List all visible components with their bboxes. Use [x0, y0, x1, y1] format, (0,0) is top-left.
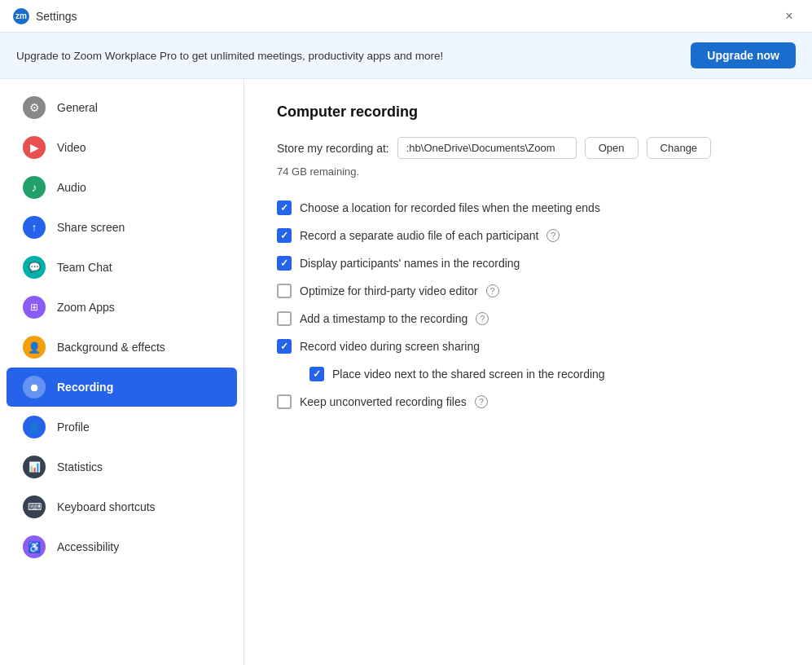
option-optimize-editor: Optimize for third-party video editor ?: [277, 277, 779, 305]
banner-text: Upgrade to Zoom Workplace Pro to get unl…: [16, 50, 443, 62]
option-label-place-video-next: Place video next to the shared screen in…: [332, 368, 605, 381]
change-button[interactable]: Change: [647, 137, 712, 159]
option-choose-location: Choose a location for recorded files whe…: [277, 194, 779, 222]
checkbox-place-video-next[interactable]: [309, 367, 324, 381]
sidebar-item-label: Zoom Apps: [57, 301, 115, 314]
path-input[interactable]: [397, 137, 577, 159]
close-button[interactable]: ×: [779, 7, 799, 26]
audio-icon: ♪: [23, 176, 46, 199]
keyboard-shortcuts-icon: ⌨: [23, 495, 46, 518]
help-icon-add-timestamp[interactable]: ?: [476, 312, 489, 325]
option-display-names: Display participants' names in the recor…: [277, 249, 779, 277]
option-label-optimize-editor: Optimize for third-party video editor: [300, 284, 478, 297]
checkbox-record-screen-sharing[interactable]: [277, 339, 292, 354]
main-layout: ⚙ General ▶ Video ♪ Audio ↑ Share screen…: [0, 79, 812, 665]
content-area: Computer recording Store my recording at…: [244, 79, 812, 665]
sidebar-item-audio[interactable]: ♪ Audio: [7, 168, 237, 207]
recording-icon: ⏺: [23, 376, 46, 399]
sidebar-item-general[interactable]: ⚙ General: [7, 88, 237, 127]
sidebar-item-video[interactable]: ▶ Video: [7, 128, 237, 167]
help-icon-separate-audio[interactable]: ?: [546, 229, 560, 242]
options-list: Choose a location for recorded files whe…: [277, 194, 779, 416]
checkbox-separate-audio[interactable]: [277, 228, 292, 243]
remaining-text: 74 GB remaining.: [277, 165, 779, 178]
open-button[interactable]: Open: [585, 137, 639, 159]
help-icon-keep-unconverted[interactable]: ?: [475, 395, 488, 408]
sidebar-item-label: Keyboard shortcuts: [57, 500, 156, 513]
sidebar-item-label: Share screen: [57, 221, 125, 234]
sidebar-item-label: Background & effects: [57, 341, 165, 354]
sidebar-item-label: Profile: [57, 421, 90, 434]
sidebar-item-label: Recording: [57, 381, 113, 394]
sidebar-item-profile[interactable]: 👤 Profile: [7, 407, 237, 447]
option-label-choose-location: Choose a location for recorded files whe…: [300, 201, 600, 214]
team-chat-icon: 💬: [23, 256, 46, 279]
background-effects-icon: 👤: [23, 336, 46, 359]
statistics-icon: 📊: [23, 456, 46, 478]
accessibility-icon: ♿: [23, 535, 46, 558]
checkbox-keep-unconverted[interactable]: [277, 394, 292, 409]
sidebar-item-recording[interactable]: ⏺ Recording: [7, 368, 237, 407]
option-record-screen-sharing: Record video during screen sharing: [277, 332, 779, 360]
sidebar-item-share-screen[interactable]: ↑ Share screen: [7, 208, 237, 247]
zoom-apps-icon: ⊞: [23, 296, 46, 319]
option-label-separate-audio: Record a separate audio file of each par…: [300, 229, 538, 242]
sidebar-item-zoom-apps[interactable]: ⊞ Zoom Apps: [7, 288, 237, 327]
store-label: Store my recording at:: [277, 142, 389, 155]
general-icon: ⚙: [23, 96, 46, 119]
checkbox-optimize-editor[interactable]: [277, 284, 292, 298]
option-separate-audio: Record a separate audio file of each par…: [277, 222, 779, 249]
sidebar-item-keyboard-shortcuts[interactable]: ⌨ Keyboard shortcuts: [7, 487, 237, 526]
option-place-video-next: Place video next to the shared screen in…: [277, 360, 779, 388]
sidebar-item-statistics[interactable]: 📊 Statistics: [7, 447, 237, 487]
option-add-timestamp: Add a timestamp to the recording ?: [277, 305, 779, 332]
sidebar-item-label: Accessibility: [57, 540, 119, 553]
help-icon-optimize-editor[interactable]: ?: [486, 284, 499, 297]
sidebar-item-label: Team Chat: [57, 261, 112, 274]
option-label-keep-unconverted: Keep unconverted recording files: [300, 395, 467, 408]
sidebar-item-label: Video: [57, 141, 86, 154]
section-title: Computer recording: [277, 103, 779, 121]
zoom-logo: zm: [13, 8, 29, 24]
option-keep-unconverted: Keep unconverted recording files ?: [277, 388, 779, 416]
title-bar-left: zm Settings: [13, 8, 77, 24]
video-icon: ▶: [23, 136, 46, 159]
upgrade-now-button[interactable]: Upgrade now: [691, 42, 796, 68]
share-screen-icon: ↑: [23, 216, 46, 239]
checkbox-choose-location[interactable]: [277, 200, 292, 215]
sidebar-item-background-effects[interactable]: 👤 Background & effects: [7, 328, 237, 367]
checkbox-display-names[interactable]: [277, 256, 292, 271]
sidebar: ⚙ General ▶ Video ♪ Audio ↑ Share screen…: [0, 79, 244, 665]
sidebar-item-label: Statistics: [57, 460, 103, 473]
profile-icon: 👤: [23, 416, 46, 438]
checkbox-add-timestamp[interactable]: [277, 311, 292, 326]
title-bar: zm Settings ×: [0, 0, 812, 33]
window-title: Settings: [36, 10, 77, 23]
sidebar-item-label: Audio: [57, 181, 86, 194]
sidebar-item-team-chat[interactable]: 💬 Team Chat: [7, 248, 237, 287]
store-path-row: Store my recording at: Open Change: [277, 137, 779, 159]
sidebar-item-label: General: [57, 101, 98, 114]
upgrade-banner: Upgrade to Zoom Workplace Pro to get unl…: [0, 33, 812, 79]
option-label-record-screen-sharing: Record video during screen sharing: [300, 340, 480, 353]
sidebar-item-accessibility[interactable]: ♿ Accessibility: [7, 527, 237, 566]
option-label-add-timestamp: Add a timestamp to the recording: [300, 312, 467, 325]
option-label-display-names: Display participants' names in the recor…: [300, 257, 520, 270]
